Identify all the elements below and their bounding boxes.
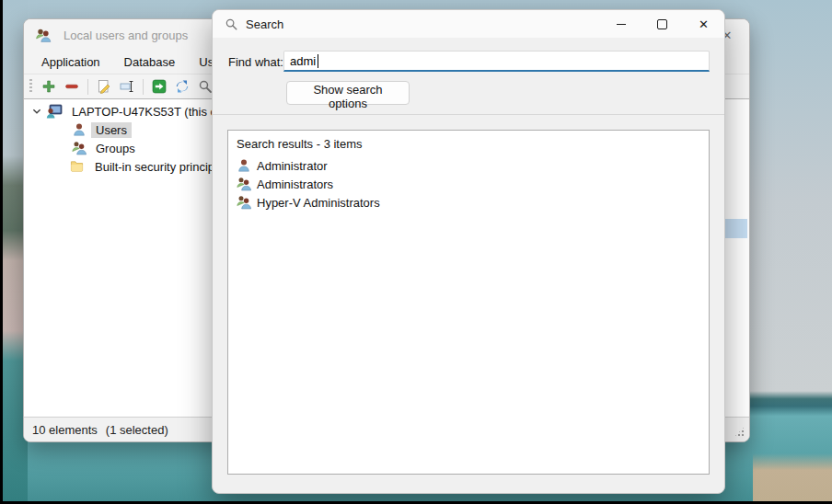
add-icon[interactable] bbox=[40, 78, 57, 95]
desktop: Local users and groups ✕ Application Dat… bbox=[0, 0, 832, 504]
text-caret bbox=[318, 54, 318, 68]
search-dialog: Search ✕ Find what: Show search options … bbox=[212, 9, 725, 494]
window-controls: ✕ bbox=[600, 10, 724, 38]
tree-row-users[interactable]: Users bbox=[72, 120, 132, 139]
tree-label-builtin[interactable]: Built-in security principal bbox=[90, 159, 228, 175]
search-results-header: Search results - 3 items bbox=[237, 137, 700, 151]
rename-icon[interactable] bbox=[119, 78, 135, 95]
dialog-title: Search bbox=[246, 17, 283, 31]
close-icon[interactable]: ✕ bbox=[683, 10, 724, 38]
folder-icon bbox=[69, 159, 86, 174]
find-what-label: Find what: bbox=[228, 55, 283, 69]
tree-row-groups[interactable]: Groups bbox=[72, 139, 140, 157]
result-label[interactable]: Administrators bbox=[257, 178, 333, 191]
result-row-administrator[interactable]: Administrator bbox=[237, 156, 700, 175]
tree-label-groups[interactable]: Groups bbox=[91, 141, 140, 156]
toolbar-grip[interactable] bbox=[29, 79, 32, 94]
list-selected-row[interactable] bbox=[724, 219, 747, 238]
window-title: Local users and groups bbox=[64, 29, 188, 42]
group-icon bbox=[237, 195, 251, 210]
result-row-administrators[interactable]: Administrators bbox=[237, 175, 700, 193]
resize-grip[interactable] bbox=[734, 426, 745, 438]
search-icon bbox=[225, 17, 238, 31]
find-what-field bbox=[283, 51, 710, 72]
dialog-divider bbox=[213, 114, 724, 115]
minimize-icon[interactable] bbox=[600, 10, 641, 38]
show-search-options-button[interactable]: Show search options bbox=[286, 81, 410, 105]
wallpaper-grass bbox=[753, 453, 832, 501]
result-row-hyperv-administrators[interactable]: Hyper-V Administrators bbox=[237, 193, 700, 212]
refresh-icon[interactable] bbox=[174, 78, 191, 95]
group-icon bbox=[237, 177, 251, 191]
maximize-icon[interactable] bbox=[641, 10, 683, 38]
menu-application[interactable]: Application bbox=[29, 51, 112, 74]
search-results-list[interactable]: Search results - 3 items Administrator A… bbox=[227, 130, 710, 475]
delete-icon[interactable] bbox=[64, 78, 80, 95]
status-selection: (1 selected) bbox=[106, 423, 168, 437]
status-elements-count: 10 elements bbox=[32, 423, 98, 437]
chevron-down-icon[interactable] bbox=[31, 106, 42, 117]
computer-icon bbox=[46, 104, 63, 119]
result-label[interactable]: Administrator bbox=[257, 159, 328, 173]
users-app-icon bbox=[35, 28, 52, 42]
edit-icon[interactable] bbox=[96, 78, 112, 95]
toolbar-separator bbox=[143, 79, 144, 95]
user-icon bbox=[72, 122, 87, 137]
dialog-titlebar[interactable]: Search ✕ bbox=[213, 10, 724, 38]
toolbar-separator bbox=[87, 79, 88, 95]
result-label[interactable]: Hyper-V Administrators bbox=[257, 196, 380, 210]
tree-label-users[interactable]: Users bbox=[91, 122, 132, 138]
go-icon[interactable] bbox=[151, 78, 168, 95]
group-icon bbox=[72, 141, 87, 155]
user-icon bbox=[237, 158, 251, 173]
find-what-input[interactable] bbox=[283, 51, 710, 72]
menu-database[interactable]: Database bbox=[112, 51, 188, 74]
tree-row-builtin[interactable]: Built-in security principal bbox=[69, 157, 228, 176]
